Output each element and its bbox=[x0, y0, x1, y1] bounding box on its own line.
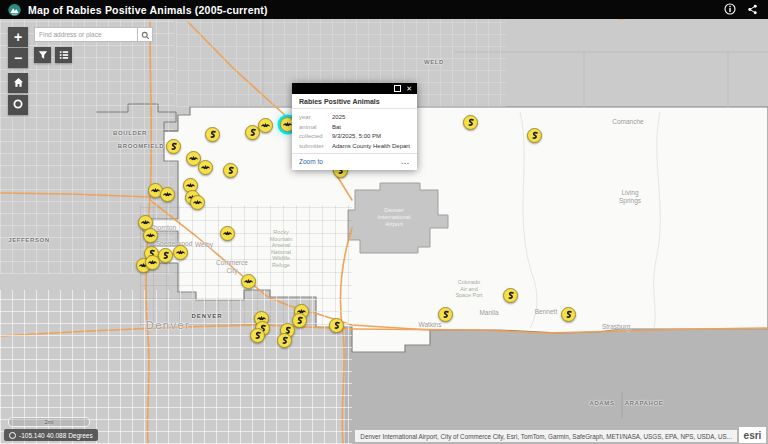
field-value: Bat bbox=[332, 124, 410, 130]
field-value: 9/3/2025, 5:00 PM bbox=[332, 133, 410, 139]
zoom-in-button[interactable]: + bbox=[8, 27, 28, 47]
map-marker-bat[interactable] bbox=[258, 118, 273, 133]
filter-icon bbox=[38, 46, 48, 64]
locate-button[interactable] bbox=[8, 95, 28, 115]
legend-list-icon bbox=[59, 46, 69, 64]
app-header: Map of Rabies Positive Animals (2005-cur… bbox=[0, 0, 768, 19]
map-marker-skunk[interactable] bbox=[223, 163, 238, 178]
map-marker-skunk[interactable] bbox=[329, 318, 344, 333]
popup-fields: year 2025 animal Bat collected 9/3/2025,… bbox=[292, 109, 417, 153]
attribution-bar: Denver International Airport, City of Co… bbox=[355, 430, 737, 442]
field-label: year bbox=[299, 114, 327, 120]
map-app: BOULDERBROOMFIELDJEFFERSONWELDADAMSARAPA… bbox=[0, 0, 768, 444]
map-markers-layer[interactable] bbox=[0, 0, 768, 444]
map-marker-skunk[interactable] bbox=[292, 313, 307, 328]
map-marker-skunk[interactable] bbox=[205, 127, 220, 142]
map-marker-skunk[interactable] bbox=[463, 115, 478, 130]
map-marker-skunk[interactable] bbox=[250, 328, 265, 343]
popup-titlebar[interactable]: ✕ bbox=[292, 83, 417, 94]
home-icon bbox=[13, 74, 24, 92]
feature-popup: ✕ Rabies Positive Animals year 2025 anim… bbox=[292, 83, 417, 170]
esri-logo: esri bbox=[739, 427, 766, 443]
coordinates-text: -105.140 40.088 Degrees bbox=[19, 432, 93, 439]
field-value: 2025 bbox=[332, 114, 410, 120]
map-marker-skunk[interactable] bbox=[527, 128, 542, 143]
popup-menu-button[interactable]: ... bbox=[401, 160, 410, 163]
share-button[interactable] bbox=[744, 2, 760, 18]
scale-bar: 2mi bbox=[8, 417, 90, 427]
popup-dock-icon[interactable] bbox=[394, 85, 401, 92]
map-marker-bat[interactable] bbox=[143, 228, 158, 243]
search-button[interactable] bbox=[137, 27, 153, 42]
map-marker-skunk[interactable] bbox=[503, 288, 518, 303]
map-marker-skunk[interactable] bbox=[561, 307, 576, 322]
share-icon bbox=[747, 1, 758, 19]
field-label: animal bbox=[299, 124, 327, 130]
field-label: submitter bbox=[299, 143, 327, 149]
map-marker-skunk[interactable] bbox=[438, 307, 453, 322]
map-marker-skunk[interactable] bbox=[277, 333, 292, 348]
map-marker-bat[interactable] bbox=[160, 187, 175, 202]
search-icon bbox=[141, 26, 150, 44]
map-marker-bat[interactable] bbox=[173, 245, 188, 260]
home-button[interactable] bbox=[8, 73, 28, 93]
locate-icon bbox=[12, 96, 24, 114]
map-marker-bat[interactable] bbox=[145, 255, 160, 270]
search-box bbox=[34, 27, 153, 42]
map-marker-bat[interactable] bbox=[190, 195, 205, 210]
map-marker-bat[interactable] bbox=[220, 226, 235, 241]
filter-button[interactable] bbox=[34, 47, 51, 63]
scale-label: 2mi bbox=[45, 419, 54, 425]
zoom-to-link[interactable]: Zoom to bbox=[299, 158, 323, 165]
map-marker-skunk[interactable] bbox=[166, 139, 181, 154]
info-button[interactable] bbox=[722, 2, 738, 18]
crosshair-icon bbox=[9, 432, 16, 439]
field-value: Adams County Health Department bbox=[332, 143, 410, 149]
map-marker-bat[interactable] bbox=[241, 274, 256, 289]
legend-button[interactable] bbox=[55, 47, 72, 63]
map-marker-bat[interactable] bbox=[198, 160, 213, 175]
popup-close-icon[interactable]: ✕ bbox=[406, 85, 412, 92]
search-input[interactable] bbox=[34, 27, 137, 42]
field-label: collected bbox=[299, 133, 327, 139]
map-marker-skunk[interactable] bbox=[158, 248, 173, 263]
info-icon bbox=[724, 1, 736, 19]
adams-county-logo-icon bbox=[8, 3, 21, 16]
zoom-out-button[interactable]: − bbox=[8, 48, 28, 68]
page-title: Map of Rabies Positive Animals (2005-cur… bbox=[28, 4, 716, 16]
attribution-text: Denver International Airport, City of Co… bbox=[360, 433, 732, 440]
popup-title: Rabies Positive Animals bbox=[292, 94, 417, 109]
coordinates-chip: -105.140 40.088 Degrees bbox=[4, 429, 98, 441]
